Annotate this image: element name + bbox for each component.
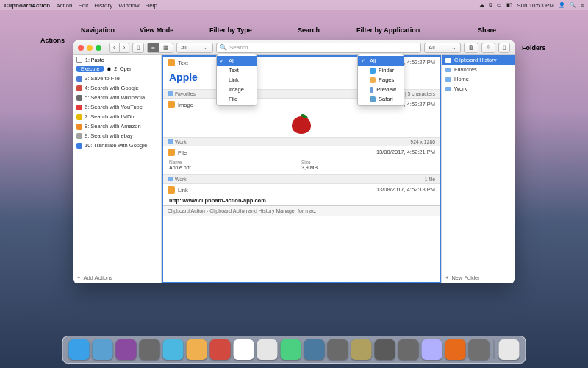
dropdown-item[interactable]: Pages: [358, 75, 404, 85]
folder-icon: [168, 177, 173, 181]
folders-footer[interactable]: +New Folder: [442, 272, 514, 283]
view-grid[interactable]: ▦: [159, 43, 173, 53]
checkbox-icon[interactable]: [76, 57, 82, 63]
folders-toggle[interactable]: ▯: [498, 43, 510, 53]
view-mode-seg[interactable]: ≡ ▦: [147, 43, 173, 53]
filter-type-dropdown[interactable]: ✓AllTextLinkImageFile: [216, 54, 257, 106]
action-label: 3: Save to File: [85, 75, 120, 82]
dock-app[interactable]: [499, 339, 520, 360]
dock-app[interactable]: [116, 339, 137, 360]
zoom-icon[interactable]: [96, 45, 101, 51]
action-row[interactable]: 7: Search with IMDb: [74, 112, 161, 121]
action-row[interactable]: 6: Search with YouTube: [74, 102, 161, 112]
dropdown-label: Pages: [379, 77, 394, 83]
dropdown-item[interactable]: Text: [217, 66, 257, 75]
filter-type-popup[interactable]: All⌄: [176, 43, 213, 53]
wifi-icon[interactable]: ⧉: [489, 2, 492, 8]
dropdown-item[interactable]: File: [217, 94, 257, 104]
battery-icon[interactable]: ▮▯: [506, 2, 512, 8]
nav-back-forward[interactable]: ‹ ›: [109, 43, 129, 53]
dock-app[interactable]: [422, 339, 442, 360]
text-icon: [168, 59, 175, 66]
dropdown-item[interactable]: ✓All: [358, 56, 404, 66]
traffic-lights[interactable]: [78, 45, 101, 51]
history-card-link[interactable]: Link13/08/2017, 4:52:18 PM http://www.cl…: [163, 184, 440, 205]
menu-edit[interactable]: Edit: [78, 2, 88, 9]
dock-app[interactable]: [140, 339, 160, 360]
callout-filterapp: Filter by Application: [356, 26, 420, 34]
dock-app[interactable]: [281, 339, 301, 360]
menu-window[interactable]: Window: [118, 2, 139, 9]
folder-row[interactable]: Work: [442, 84, 514, 93]
minimize-icon[interactable]: [87, 45, 93, 51]
menu-icon[interactable]: ≡: [581, 3, 584, 8]
menu-action[interactable]: Action: [56, 2, 72, 9]
nav-forward[interactable]: ›: [120, 43, 130, 53]
dock-app[interactable]: [469, 339, 490, 360]
search-icon: 🔍: [220, 44, 227, 51]
dropdown-item[interactable]: ✓All: [217, 56, 257, 66]
close-icon[interactable]: [78, 45, 84, 51]
history-card-file[interactable]: File13/08/2017, 4:52:21 PM NameApple.pdf…: [163, 146, 440, 184]
action-row[interactable]: 4: Search with Google: [74, 83, 161, 93]
filter-app-dropdown[interactable]: ✓AllFinderPagesPreviewSafari: [357, 54, 404, 106]
user-icon[interactable]: 👤: [559, 2, 565, 8]
card-dims: 924 x 1280: [410, 139, 435, 144]
delete-button[interactable]: 🗑: [464, 43, 478, 53]
dropdown-item[interactable]: Finder: [358, 66, 404, 75]
cloud-icon[interactable]: ☁: [479, 2, 484, 8]
file-size: 3,9 MB: [301, 165, 434, 170]
display-icon[interactable]: ▭: [497, 2, 502, 8]
dock-app[interactable]: [445, 339, 466, 360]
filter-app-popup[interactable]: All⌄: [424, 43, 461, 53]
folder-row[interactable]: Home: [442, 74, 514, 84]
action-label: 6: Search with YouTube: [85, 104, 143, 110]
dock-app[interactable]: [351, 339, 372, 360]
apple-image: [291, 113, 312, 134]
dock-app[interactable]: [375, 339, 395, 360]
dropdown-item[interactable]: Link: [217, 75, 257, 85]
sidebar-toggle[interactable]: ▯: [132, 43, 144, 53]
menubar-clock[interactable]: Sun 10:53 PM: [517, 2, 554, 9]
radio-icon[interactable]: ◉: [107, 66, 111, 72]
action-open[interactable]: 2: Open: [114, 66, 132, 71]
dropdown-label: Safari: [379, 96, 393, 102]
dock-app[interactable]: [234, 339, 254, 360]
file-icon: [168, 149, 175, 156]
dropdown-item[interactable]: Preview: [358, 85, 404, 94]
action-row[interactable]: 9: Search with ebay: [74, 131, 161, 141]
search-icon[interactable]: 🔍: [570, 2, 576, 8]
card-type: Text: [178, 60, 188, 66]
folder-row[interactable]: Clipboard History: [442, 55, 514, 65]
execute-button[interactable]: Execute: [76, 66, 104, 72]
dock-app[interactable]: [304, 339, 325, 360]
dock-app[interactable]: [257, 339, 278, 360]
search-input[interactable]: 🔍Search: [216, 43, 421, 53]
app-icon: [76, 143, 82, 149]
dropdown-label: Image: [229, 86, 244, 93]
menu-help[interactable]: Help: [146, 2, 157, 9]
action-row[interactable]: 5: Search with Wikipedia: [74, 93, 161, 102]
action-row[interactable]: 8: Search with Amazon: [74, 121, 161, 131]
dock-app[interactable]: [398, 339, 419, 360]
dock-app[interactable]: [328, 339, 348, 360]
action-row[interactable]: 3: Save to File: [74, 74, 161, 83]
dock-app[interactable]: [187, 339, 207, 360]
dock-app[interactable]: [210, 339, 231, 360]
action-row-1[interactable]: 1: Paste: [74, 55, 161, 64]
dock-app[interactable]: [93, 339, 113, 360]
menu-history[interactable]: History: [94, 2, 112, 9]
actions-footer[interactable]: +Add Actions: [74, 272, 161, 283]
dock-app[interactable]: [69, 339, 90, 360]
nav-back[interactable]: ‹: [109, 43, 120, 53]
callout-filtertype: Filter by Type: [209, 26, 252, 34]
dropdown-item[interactable]: Safari: [358, 94, 404, 104]
dropdown-item[interactable]: Image: [217, 85, 257, 94]
view-list[interactable]: ≡: [147, 43, 159, 53]
folder-row[interactable]: Favorites: [442, 65, 514, 74]
share-button[interactable]: ⇪: [481, 43, 495, 53]
dropdown-label: Text: [229, 67, 239, 74]
dock[interactable]: [62, 336, 526, 364]
action-row[interactable]: 10: Translate with Google: [74, 141, 161, 150]
dock-app[interactable]: [163, 339, 184, 360]
